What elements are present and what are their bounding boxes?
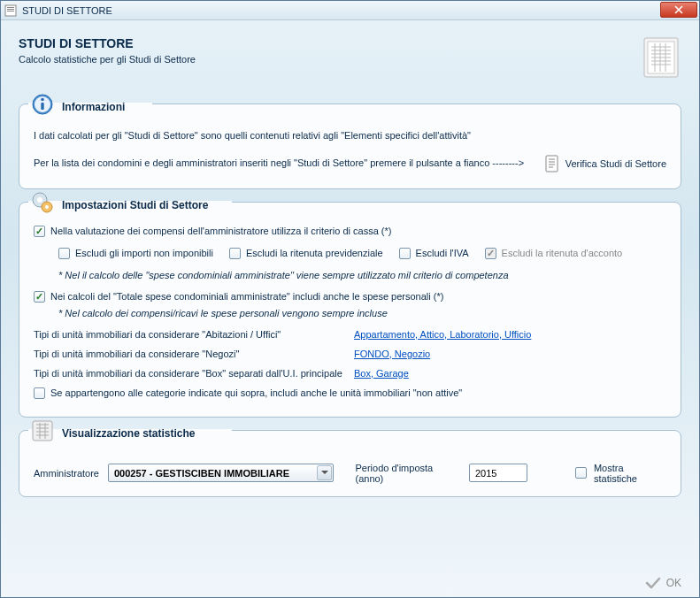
svg-rect-3 (7, 11, 14, 12)
checkbox-escludi-imponibili[interactable] (58, 248, 70, 259)
section-settings-title: Impostazioni Studi di Settore (62, 199, 208, 211)
checkbox-escludi-iva[interactable] (399, 248, 411, 259)
ok-label: OK (666, 577, 681, 589)
page-subtitle: Calcolo statistiche per gli Studi di Set… (19, 54, 641, 65)
close-button[interactable] (660, 2, 697, 18)
svg-point-25 (37, 197, 42, 203)
section-settings: Impostazioni Studi di Settore Nella valu… (19, 202, 681, 418)
note-competenza: * Nel il calcolo delle "spese condominia… (58, 270, 666, 280)
window: STUDI DI SETTORE STUDI DI SETTORE Calcol… (0, 0, 700, 598)
checkbox-escludi-acconto-label: Escludi la ritenuta d'acconto (502, 248, 623, 258)
checkbox-escludi-previdenziale-label: Escludi la ritenuta previdenziale (246, 248, 383, 258)
checkbox-personali[interactable] (34, 291, 45, 303)
app-icon (4, 4, 17, 17)
section-info: Informazioni I dati calcolati per gli "S… (19, 104, 681, 189)
checkbox-escludi-iva-label: Escludi l'IVA (416, 248, 469, 258)
info-text-2: Per la lista dei condomini e degli ammin… (34, 157, 535, 170)
content: STUDI DI SETTORE Calcolo statistiche per… (1, 20, 699, 569)
period-label: Periodo d'imposta (anno) (355, 463, 459, 484)
section-stats-title: Visualizzazione statistiche (62, 427, 196, 440)
checkbox-escludi-previdenziale[interactable] (229, 248, 241, 259)
svg-rect-19 (546, 156, 558, 172)
window-title: STUDI DI SETTORE (22, 5, 112, 16)
admin-dropdown-value: 000257 - GESTISCIBEN IMMOBILIARE (114, 468, 289, 479)
type-box-link[interactable]: Box, Garage (354, 368, 409, 379)
period-year-input[interactable] (469, 464, 527, 482)
verify-button[interactable]: Verifica Studi di Settore (544, 155, 666, 172)
checkbox-escludi-imponibili-label: Escludi gli importi non imponibili (75, 248, 213, 258)
page-title: STUDI DI SETTORE (19, 36, 641, 50)
checkbox-show-stats-label: Mostra statistiche (594, 463, 666, 484)
svg-rect-2 (7, 9, 14, 10)
check-icon (645, 576, 661, 590)
titlebar: STUDI DI SETTORE (1, 1, 699, 20)
document-list-icon (641, 36, 681, 79)
gear-icon (30, 190, 55, 215)
type-abitazioni-label: Tipi di unità immobiliari da considerare… (34, 329, 354, 340)
type-negozi-label: Tipi di unità immobiliari da considerare… (34, 349, 354, 359)
checkbox-cassa-label: Nella valutazione dei compensi dell'ammi… (50, 226, 391, 236)
admin-dropdown[interactable]: 000257 - GESTISCIBEN IMMOBILIARE (108, 464, 335, 482)
checkbox-cassa[interactable] (34, 226, 45, 237)
svg-point-18 (41, 98, 44, 102)
stats-icon (30, 418, 55, 443)
svg-rect-17 (41, 103, 43, 110)
document-icon (544, 155, 560, 172)
footer: OK (1, 569, 699, 597)
verify-label: Verifica Studi di Settore (565, 158, 666, 169)
svg-point-27 (45, 205, 49, 209)
checkbox-nonattive[interactable] (34, 387, 45, 399)
section-stats: Visualizzazione statistiche Amministrato… (19, 430, 681, 497)
info-icon (30, 92, 55, 117)
info-text-1: I dati calcolati per gli "Studi di Setto… (34, 129, 666, 142)
svg-rect-28 (33, 421, 52, 441)
note-personali: * Nel calcolo dei compensi/ricavi le spe… (58, 308, 666, 318)
checkbox-nonattive-label: Se appartengono alle categorie indicate … (50, 387, 462, 398)
header: STUDI DI SETTORE Calcolo statistiche per… (19, 31, 681, 79)
svg-rect-1 (7, 7, 14, 8)
close-icon (674, 5, 683, 14)
checkbox-show-stats[interactable] (575, 467, 587, 479)
checkbox-escludi-acconto (485, 248, 496, 259)
admin-label: Amministratore (34, 468, 99, 479)
type-abitazioni-link[interactable]: Appartamento, Attico, Laboratorio, Uffic… (354, 329, 531, 340)
chevron-down-icon (317, 465, 332, 480)
section-info-title: Informazioni (62, 101, 125, 113)
checkbox-personali-label: Nei calcoli del "Totale spese condominia… (50, 291, 443, 302)
type-box-label: Tipi di unità immobiliari da considerare… (34, 368, 354, 379)
ok-button[interactable]: OK (645, 576, 681, 590)
type-negozi-link[interactable]: FONDO, Negozio (354, 349, 430, 359)
